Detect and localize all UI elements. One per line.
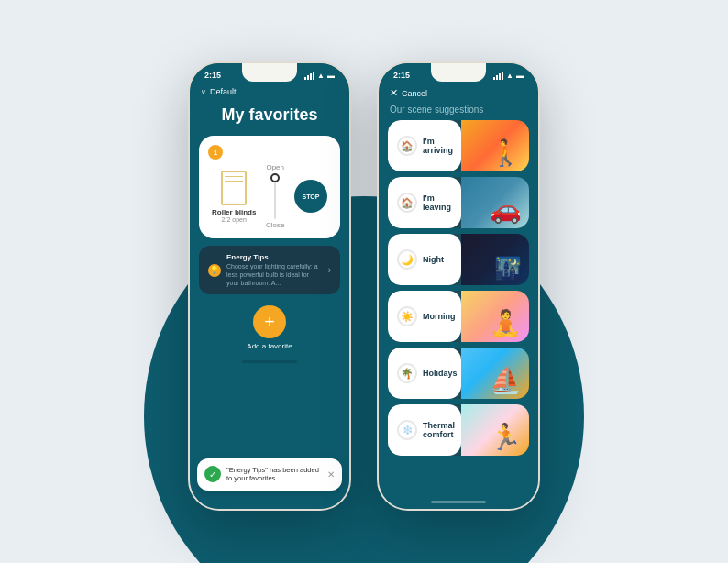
scene-icon-arriving: 🏠 [397,136,417,156]
scene-item-night[interactable]: 🌙 Night 🌃 [388,234,529,285]
scene-image-morning: 🧘 [461,291,529,342]
chevron-icon-1: ∨ [201,88,206,96]
energy-tips-card[interactable]: 💡 Energy Tips Choose your lighting caref… [199,246,340,294]
home-bar-indicator-1 [242,360,297,363]
phone-notch-2 [431,63,486,82]
scene-label-leaving: 🏠 I'm leaving [388,177,461,228]
slider-thumb [270,173,280,182]
scene-label-night: 🌙 Night [388,234,461,285]
phone-notch-1 [242,63,297,82]
toast-close-icon[interactable]: ✕ [327,469,335,480]
add-favorite-area: + Add a favorite [190,305,349,350]
battery-icon-2: ▬ [516,72,524,80]
scene-label-arriving: 🏠 I'm arriving [388,120,461,171]
home-bar-2 [379,494,538,509]
section-title-2: Our scene suggestions [379,101,538,120]
scene-icon-thermal: ❄️ [397,420,417,440]
scene-name-arriving: I'm arriving [423,137,453,155]
scene-label-holidays: 🌴 Holidays [388,348,461,399]
scene-name-holidays: Holidays [423,369,458,378]
scenes-list: 🏠 I'm arriving 🚶 🏠 I'm leaving 🚗 [379,120,538,494]
scene-image-thermal: 🏃 [461,404,529,456]
scene-fig-arriving: 🚶 [490,138,522,168]
home-bar-1 [190,354,349,369]
blinds-card: 1 Roller blinds 2/2 open Open Clos [199,136,340,238]
energy-description: Choose your lighting carefully: a less p… [226,262,323,287]
scene-item-arriving[interactable]: 🏠 I'm arriving 🚶 [388,120,529,171]
scene-name-leaving: I'm leaving [423,193,452,212]
phone-1-screen: 2:15 ▲ ▬ ∨ Default My favorit [190,63,349,509]
energy-icon: 💡 [208,264,221,277]
home-bar-indicator-2 [431,501,486,503]
cancel-x-icon: ✕ [390,87,398,99]
toast-notification: ✓ "Energy Tips" has been added to your f… [197,458,342,491]
scene-icon-leaving: 🏠 [397,193,417,213]
scene-icon-holidays: 🌴 [397,363,417,383]
scene-icon-night: 🌙 [397,249,417,270]
scene-item-leaving[interactable]: 🏠 I'm leaving 🚗 [388,177,529,228]
status-time-1: 2:15 [204,71,221,80]
scene-fig-leaving: 🚗 [490,194,522,225]
phone-favorites: 2:15 ▲ ▬ ∨ Default My favorit [188,61,351,511]
scene-fig-holidays: ⛵ [490,365,522,395]
signal-icon-1 [304,72,314,80]
slider-bottom-label: Close [266,221,284,229]
scene-fig-morning: 🧘 [490,308,522,338]
battery-icon-1: ▬ [327,72,335,80]
nav-bar-1[interactable]: ∨ Default [190,83,349,98]
scene-fig-night: 🌃 [494,256,522,282]
signal-icon-2 [493,72,503,80]
add-favorite-label: Add a favorite [247,342,292,350]
scene-icon-morning: ☀️ [397,306,417,326]
stop-button[interactable]: STOP [294,180,327,213]
nav-bar-2[interactable]: ✕ Cancel [379,83,538,101]
status-icons-2: ▲ ▬ [493,72,524,80]
energy-arrow-icon: › [328,265,331,275]
page-title-1: My favorites [190,98,349,136]
slider-top-label: Open [266,163,284,171]
scene-item-morning[interactable]: ☀️ Morning 🧘 [388,291,529,342]
wifi-icon-2: ▲ [506,72,513,80]
energy-text: Energy Tips Choose your lighting careful… [226,253,323,287]
scene-name-thermal: Thermal comfort [423,421,455,439]
scene-image-arriving: 🚶 [461,120,529,171]
scene-item-thermal[interactable]: ❄️ Thermal comfort 🏃 [388,404,529,456]
cancel-label: Cancel [402,89,427,98]
card-badge: 1 [208,145,223,160]
energy-title: Energy Tips [226,253,323,261]
slider-area: Open Close [256,163,294,229]
scene-item-holidays[interactable]: 🌴 Holidays ⛵ [388,348,529,399]
blinds-sub: 2/2 open [222,216,247,223]
blind-icon [221,171,247,205]
scene-label-morning: ☀️ Morning [388,291,461,342]
phone-2-screen: 2:15 ▲ ▬ ✕ Cancel Our scene s [379,63,538,509]
wifi-icon-1: ▲ [317,72,325,80]
scene-label-thermal: ❄️ Thermal comfort [388,404,461,456]
toast-check-icon: ✓ [204,466,221,482]
scene-fig-thermal: 🏃 [490,422,522,452]
scene-image-night: 🌃 [461,234,529,285]
phone-scenes: 2:15 ▲ ▬ ✕ Cancel Our scene s [377,61,540,511]
scene-name-night: Night [423,255,444,264]
blinds-name: Roller blinds [212,208,256,216]
slider-track[interactable] [274,173,276,219]
scene-image-leaving: 🚗 [461,177,529,228]
nav-label-1: Default [210,87,237,96]
scene-name-morning: Morning [423,312,456,321]
add-favorite-button[interactable]: + [253,305,286,338]
scene-image-holidays: ⛵ [461,348,529,399]
status-time-2: 2:15 [393,71,410,80]
status-icons-1: ▲ ▬ [304,72,335,80]
phones-container: 2:15 ▲ ▬ ∨ Default My favorit [188,61,540,511]
toast-text: "Energy Tips" has been added to your fav… [226,466,322,484]
